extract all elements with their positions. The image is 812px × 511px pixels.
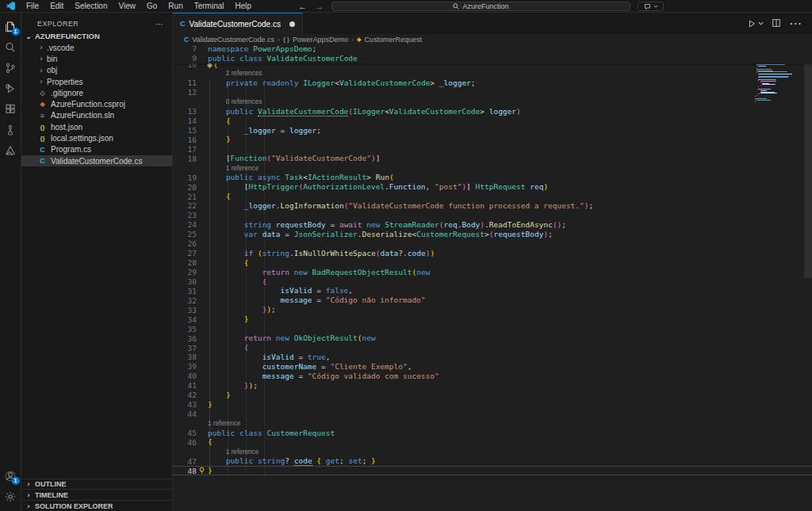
line-number[interactable]: 7 xyxy=(173,44,197,53)
source-control-icon[interactable] xyxy=(1,58,21,78)
explorer-icon[interactable]: 1 xyxy=(1,17,21,36)
solution-explorer-panel-header[interactable]: › SOLUTION EXPLORER xyxy=(21,500,172,511)
menu-selection[interactable]: Selection xyxy=(69,0,113,13)
extensions-icon[interactable] xyxy=(1,99,21,119)
line-number[interactable]: 48 xyxy=(173,467,197,475)
editor-scrollbar[interactable] xyxy=(804,52,812,278)
codelens-references[interactable]: 0 references xyxy=(173,97,812,107)
code-line-9[interactable]: 9public class ValidateCustomerCode xyxy=(173,54,812,63)
breadcrumb-class[interactable]: CustomerRequest xyxy=(364,36,422,44)
accounts-icon[interactable]: 1 xyxy=(1,466,21,486)
line-number[interactable]: 46 xyxy=(173,438,197,447)
line-number[interactable]: 10 xyxy=(173,63,197,69)
menu-file[interactable]: File xyxy=(21,0,44,13)
search-sidebar-icon[interactable] xyxy=(1,37,21,57)
line-number[interactable]: 33 xyxy=(173,306,197,315)
code-line-46[interactable]: 46{ xyxy=(173,437,812,447)
code-line-17[interactable]: 17 xyxy=(173,144,812,154)
code-line-43[interactable]: 43} xyxy=(173,400,812,410)
line-number[interactable]: 29 xyxy=(173,268,197,276)
command-center-search[interactable]: AzureFunction xyxy=(331,2,630,11)
code-line-18[interactable]: 18 [Function("ValidateCustomerCode")] xyxy=(173,154,812,163)
line-number[interactable]: 14 xyxy=(173,116,197,125)
code-line-26[interactable]: 26 xyxy=(173,239,812,249)
file-tree-item-host-json[interactable]: {}host.json xyxy=(21,121,172,132)
line-number[interactable]: 12 xyxy=(173,88,197,97)
file-tree-item-obj[interactable]: ›obj xyxy=(21,65,172,76)
code-editor[interactable]: 7namespace PowerAppsDemo;9public class V… xyxy=(173,44,812,511)
code-line-7[interactable]: 7namespace PowerAppsDemo; xyxy=(173,44,812,54)
code-line-32[interactable]: 32 message = "Código não informado" xyxy=(173,296,812,305)
line-number[interactable]: 25 xyxy=(173,230,197,238)
file-tree-item-azurefunction-csproj[interactable]: ◆AzureFunction.csproj xyxy=(21,98,172,109)
file-tree-item-program-cs[interactable]: CProgram.cs xyxy=(21,144,172,155)
line-number[interactable]: 23 xyxy=(173,211,197,219)
line-number[interactable]: 24 xyxy=(173,220,197,229)
line-number[interactable]: 44 xyxy=(173,410,197,418)
code-line-21[interactable]: 21 { xyxy=(173,192,812,201)
menu-terminal[interactable]: Terminal xyxy=(189,0,230,13)
line-number[interactable]: 34 xyxy=(173,315,197,324)
timeline-panel-header[interactable]: › TIMELINE xyxy=(21,489,172,500)
codelens-references[interactable]: 2 references xyxy=(173,69,812,78)
code-line-19[interactable]: 19 public async Task<IActionResult> Run( xyxy=(173,173,812,182)
line-number[interactable]: 27 xyxy=(173,249,197,257)
codelens-references[interactable]: 1 reference xyxy=(173,419,812,429)
code-line-27[interactable]: 27 if (string.IsNullOrWhiteSpace(data?.c… xyxy=(173,249,812,258)
line-number[interactable]: 47 xyxy=(173,457,197,466)
code-line-31[interactable]: 31 isValid = false, xyxy=(173,286,812,296)
outline-panel-header[interactable]: › OUTLINE xyxy=(21,479,172,490)
run-button[interactable] xyxy=(747,19,764,29)
line-number[interactable]: 19 xyxy=(173,174,197,182)
vscode-logo-icon[interactable] xyxy=(6,2,15,10)
line-number[interactable]: 42 xyxy=(173,391,197,399)
line-number[interactable]: 37 xyxy=(173,344,197,353)
code-line-42[interactable]: 42 } xyxy=(173,391,812,400)
code-line-23[interactable]: 23 xyxy=(173,211,812,220)
file-tree-item--vscode[interactable]: ›.vscode xyxy=(21,42,172,53)
line-number[interactable]: 21 xyxy=(173,193,197,201)
code-line-34[interactable]: 34 } xyxy=(173,315,812,324)
unsaved-changes-dot[interactable] xyxy=(289,21,295,27)
tab-validatecustomercode[interactable]: C ValidateCustomerCode.cs xyxy=(173,13,303,34)
code-line-25[interactable]: 25 var data = JsonSerializer.Deserialize… xyxy=(173,230,812,239)
codelens-references[interactable]: 1 reference xyxy=(173,163,812,173)
breadcrumb-namespace[interactable]: PowerAppsDemo xyxy=(293,36,348,44)
line-number[interactable]: 26 xyxy=(173,239,197,248)
menu-run[interactable]: Run xyxy=(163,0,188,13)
line-number[interactable]: 32 xyxy=(173,296,197,305)
copilot-button[interactable] xyxy=(638,2,664,11)
code-line-45[interactable]: 45public class CustomerRequest xyxy=(173,429,812,438)
split-editor-button[interactable] xyxy=(772,17,781,31)
line-number[interactable]: 22 xyxy=(173,201,197,210)
line-number[interactable]: 13 xyxy=(173,107,197,116)
menu-go[interactable]: Go xyxy=(141,0,163,13)
workspace-root-folder[interactable]: ⌄ AZUREFUNCTION xyxy=(21,30,172,42)
code-line-11[interactable]: 11 private readonly ILogger<ValidateCust… xyxy=(173,78,812,88)
code-line-22[interactable]: 22 _logger.LogInformation("ValidateCusto… xyxy=(173,201,812,211)
line-number[interactable]: 11 xyxy=(173,78,197,87)
menu-help[interactable]: Help xyxy=(230,0,258,13)
line-number[interactable]: 40 xyxy=(173,372,197,380)
code-line-13[interactable]: 13 public ValidateCustomerCode(ILogger<V… xyxy=(173,107,812,116)
code-line-14[interactable]: 14 { xyxy=(173,116,812,126)
code-line-36[interactable]: 36 return new OkObjectResult(new xyxy=(173,334,812,343)
run-debug-icon[interactable] xyxy=(1,78,21,98)
line-number[interactable]: 16 xyxy=(173,135,197,144)
nav-back-icon[interactable]: ← xyxy=(298,2,307,11)
line-number[interactable]: 41 xyxy=(173,381,197,390)
testing-icon[interactable] xyxy=(1,120,21,139)
line-number[interactable]: 45 xyxy=(173,429,197,437)
file-tree-item--gitignore[interactable]: ◇.gitignore xyxy=(21,87,172,98)
settings-gear-icon[interactable] xyxy=(1,486,21,506)
breadcrumb-file[interactable]: ValidateCustomerCode.cs xyxy=(192,36,274,44)
line-number[interactable]: 17 xyxy=(173,145,197,154)
line-number[interactable]: 36 xyxy=(173,334,197,343)
code-line-33[interactable]: 33 }); xyxy=(173,305,812,315)
minimap[interactable] xyxy=(755,59,801,102)
line-number[interactable]: 30 xyxy=(173,277,197,286)
code-line-47[interactable]: 47 public string? code { get; set; } xyxy=(173,456,812,466)
code-line-24[interactable]: 24 string requestBody = await new Stream… xyxy=(173,220,812,230)
code-line-40[interactable]: 40 message = "Código validado com sucess… xyxy=(173,372,812,381)
code-line-10[interactable]: 10{ xyxy=(173,63,812,69)
